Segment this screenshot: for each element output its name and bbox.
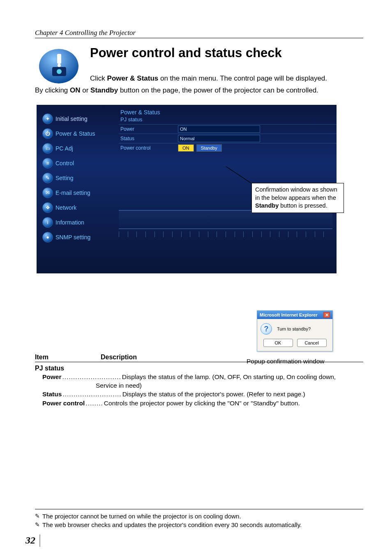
popup-message: Turn to standby? — [277, 326, 311, 331]
label-power: Power — [120, 126, 178, 132]
col-item: Item — [35, 354, 101, 361]
row-power-control-desc: Power control ........ Controls the proj… — [35, 399, 363, 407]
confirmation-popup: Microsoft Internet Explorer ✕ ? Turn to … — [257, 310, 333, 352]
row-status: Status Normal — [119, 134, 337, 143]
sidebar-item-information[interactable]: iInformation — [41, 216, 115, 229]
sliders-icon: ≡ — [42, 158, 53, 169]
row-power-control: Power control ON Standby — [119, 143, 337, 153]
power-icon: ⏻ — [42, 128, 53, 139]
close-icon[interactable]: ✕ — [323, 312, 330, 318]
panel-subtitle: PJ status — [120, 116, 337, 123]
page-number: 32 — [25, 535, 35, 546]
sidebar-item-pc-adj[interactable]: ▭PC Adj — [41, 142, 115, 155]
chart-ticks — [119, 231, 332, 237]
intro-paragraph-2: By clicking ON or Standby button on the … — [35, 86, 363, 96]
value-status: Normal — [178, 135, 260, 142]
callout-box: Confirmation window as shown in the belo… — [251, 183, 344, 213]
snmp-icon: ● — [42, 232, 53, 243]
sidebar-item-power-status[interactable]: ⏻Power & Status — [41, 127, 115, 140]
footer: ✎ The projector cannot be turned on whil… — [35, 509, 363, 530]
globe-icon: ❖ — [42, 202, 53, 213]
sidebar-item-initial-setting[interactable]: ✦Initial setting — [41, 112, 115, 125]
page-number-divider — [39, 534, 40, 547]
svg-point-2 — [57, 69, 62, 74]
on-button[interactable]: ON — [178, 144, 194, 152]
note-icon: ✎ — [35, 520, 40, 530]
section-hero-icon — [35, 46, 80, 85]
label-status: Status — [120, 136, 178, 141]
sidebar: ✦Initial setting ⏻Power & Status ▭PC Adj… — [41, 112, 115, 245]
row-status-desc: Status ........................... Displ… — [35, 390, 363, 398]
value-power: ON — [178, 125, 260, 133]
sidebar-item-snmp-setting[interactable]: ●SNMP setting — [41, 231, 115, 244]
svg-rect-3 — [57, 54, 61, 64]
popup-caption: Popup confirmation window — [247, 358, 325, 365]
info-icon: i — [42, 217, 53, 228]
page-title: Power control and status check — [90, 46, 363, 60]
question-icon: ? — [261, 323, 272, 335]
standby-button[interactable]: Standby — [196, 144, 222, 152]
sidebar-item-network[interactable]: ❖Network — [41, 201, 115, 214]
row-power: Power ON — [119, 124, 337, 134]
sidebar-item-setting[interactable]: ✎Setting — [41, 171, 115, 185]
ok-button[interactable]: OK — [263, 339, 293, 347]
chapter-header: Chapter 4 Controlling the Projector — [35, 29, 363, 38]
sidebar-item-control[interactable]: ≡Control — [41, 157, 115, 170]
sidebar-item-email-setting[interactable]: ✉E-mail setting — [41, 186, 115, 199]
monitor-icon: ▭ — [42, 143, 53, 154]
row-power-desc-cont: Service in need) — [35, 381, 363, 390]
row-power-desc: Power ........................... Displa… — [35, 372, 363, 381]
wrench-icon: ✎ — [42, 173, 53, 183]
panel-title: Power & Status — [120, 109, 337, 116]
footnote-2: ✎ The web browser checks and updates the… — [35, 520, 363, 530]
content-panel: Power & Status PJ status Power ON Status… — [119, 109, 337, 153]
footnote-1: ✎ The projector cannot be turned on whil… — [35, 512, 363, 521]
cancel-button[interactable]: Cancel — [297, 339, 327, 347]
note-icon: ✎ — [35, 512, 40, 521]
envelope-icon: ✉ — [42, 187, 53, 198]
popup-titlebar: Microsoft Internet Explorer ✕ — [257, 311, 332, 319]
col-description: Description — [101, 354, 137, 361]
intro-paragraph-1: Click Power & Status on the main menu. T… — [90, 74, 363, 84]
gear-icon: ✦ — [42, 113, 53, 124]
svg-point-4 — [58, 64, 61, 67]
label-power-control: Power control — [120, 145, 178, 151]
row-section-pj-status: PJ status — [35, 365, 363, 372]
